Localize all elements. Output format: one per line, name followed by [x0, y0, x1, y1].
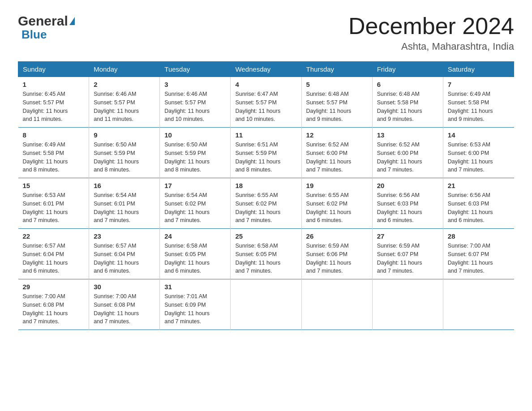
cell-info: Sunrise: 6:58 AMSunset: 6:05 PMDaylight:… [235, 243, 280, 274]
col-sunday: Sunday [18, 62, 89, 77]
cell-info: Sunrise: 6:59 AMSunset: 6:06 PMDaylight:… [306, 243, 352, 274]
cell-info: Sunrise: 6:55 AMSunset: 6:02 PMDaylight:… [235, 192, 280, 223]
calendar-cell: 24 Sunrise: 6:58 AMSunset: 6:05 PMDaylig… [160, 229, 231, 279]
calendar-cell: 7 Sunrise: 6:49 AMSunset: 5:58 PMDayligh… [443, 77, 514, 128]
header-row: Sunday Monday Tuesday Wednesday Thursday… [18, 62, 514, 77]
title-block: December 2024 Ashta, Maharashtra, India [348, 13, 514, 52]
calendar-cell: 6 Sunrise: 6:48 AMSunset: 5:58 PMDayligh… [372, 77, 443, 128]
logo-triangle-icon [69, 17, 75, 25]
day-number: 13 [377, 131, 438, 139]
cell-info: Sunrise: 6:57 AMSunset: 6:04 PMDaylight:… [23, 243, 68, 274]
day-number: 17 [164, 182, 226, 189]
month-title: December 2024 [348, 13, 514, 39]
cell-info: Sunrise: 6:50 AMSunset: 5:59 PMDaylight:… [164, 141, 210, 173]
day-number: 2 [94, 81, 155, 88]
day-number: 25 [235, 232, 296, 240]
cell-info: Sunrise: 6:55 AMSunset: 6:02 PMDaylight:… [306, 192, 352, 223]
cell-info: Sunrise: 6:56 AMSunset: 6:03 PMDaylight:… [377, 192, 422, 223]
day-number: 30 [94, 283, 155, 291]
day-number: 5 [306, 81, 368, 88]
day-number: 28 [448, 232, 510, 240]
calendar-cell: 9 Sunrise: 6:50 AMSunset: 5:59 PMDayligh… [89, 128, 160, 178]
calendar-cell: 19 Sunrise: 6:55 AMSunset: 6:02 PMDaylig… [301, 178, 372, 229]
calendar-cell: 11 Sunrise: 6:51 AMSunset: 5:59 PMDaylig… [231, 128, 301, 178]
location: Ashta, Maharashtra, India [348, 41, 514, 52]
day-number: 16 [94, 182, 155, 189]
col-friday: Friday [372, 62, 443, 77]
page-header: General Blue December 2024 Ashta, Mahara… [18, 13, 514, 52]
day-number: 9 [94, 131, 155, 139]
week-row-3: 15 Sunrise: 6:53 AMSunset: 6:01 PMDaylig… [18, 178, 514, 229]
cell-info: Sunrise: 6:58 AMSunset: 6:05 PMDaylight:… [164, 243, 210, 274]
col-saturday: Saturday [443, 62, 514, 77]
day-number: 7 [448, 81, 510, 88]
day-number: 12 [306, 131, 368, 139]
day-number: 21 [448, 182, 510, 189]
calendar-cell: 12 Sunrise: 6:52 AMSunset: 6:00 PMDaylig… [301, 128, 372, 178]
day-number: 15 [23, 182, 85, 189]
calendar-cell [301, 279, 372, 330]
day-number: 27 [377, 232, 438, 240]
cell-info: Sunrise: 6:54 AMSunset: 6:01 PMDaylight:… [94, 192, 139, 223]
logo-blue-line: Blue [21, 28, 47, 42]
calendar-cell: 10 Sunrise: 6:50 AMSunset: 5:59 PMDaylig… [160, 128, 231, 178]
calendar-cell: 20 Sunrise: 6:56 AMSunset: 6:03 PMDaylig… [372, 178, 443, 229]
cell-info: Sunrise: 7:01 AMSunset: 6:09 PMDaylight:… [164, 293, 210, 325]
week-row-2: 8 Sunrise: 6:49 AMSunset: 5:58 PMDayligh… [18, 128, 514, 178]
cell-info: Sunrise: 6:53 AMSunset: 6:01 PMDaylight:… [23, 192, 68, 223]
calendar-cell: 21 Sunrise: 6:56 AMSunset: 6:03 PMDaylig… [443, 178, 514, 229]
cell-info: Sunrise: 6:46 AMSunset: 5:57 PMDaylight:… [164, 91, 210, 122]
calendar-cell: 14 Sunrise: 6:53 AMSunset: 6:00 PMDaylig… [443, 128, 514, 178]
day-number: 20 [377, 182, 438, 189]
cell-info: Sunrise: 6:47 AMSunset: 5:57 PMDaylight:… [235, 91, 280, 122]
day-number: 3 [164, 81, 226, 88]
calendar-cell: 13 Sunrise: 6:52 AMSunset: 6:00 PMDaylig… [372, 128, 443, 178]
cell-info: Sunrise: 6:52 AMSunset: 6:00 PMDaylight:… [306, 141, 352, 173]
calendar-cell: 30 Sunrise: 7:00 AMSunset: 6:08 PMDaylig… [89, 279, 160, 330]
cell-info: Sunrise: 6:46 AMSunset: 5:57 PMDaylight:… [94, 91, 139, 122]
cell-info: Sunrise: 6:49 AMSunset: 5:58 PMDaylight:… [448, 91, 493, 122]
day-number: 29 [23, 283, 85, 291]
col-wednesday: Wednesday [231, 62, 301, 77]
calendar-cell: 29 Sunrise: 7:00 AMSunset: 6:08 PMDaylig… [18, 279, 89, 330]
calendar-cell: 31 Sunrise: 7:01 AMSunset: 6:09 PMDaylig… [160, 279, 231, 330]
cell-info: Sunrise: 6:59 AMSunset: 6:07 PMDaylight:… [377, 243, 422, 274]
logo-blue-text: Blue [21, 28, 47, 42]
calendar-cell: 17 Sunrise: 6:54 AMSunset: 6:02 PMDaylig… [160, 178, 231, 229]
cell-info: Sunrise: 6:54 AMSunset: 6:02 PMDaylight:… [164, 192, 210, 223]
calendar-cell: 1 Sunrise: 6:45 AMSunset: 5:57 PMDayligh… [18, 77, 89, 128]
calendar-cell [443, 279, 514, 330]
day-number: 24 [164, 232, 226, 240]
cell-info: Sunrise: 6:52 AMSunset: 6:00 PMDaylight:… [377, 141, 422, 173]
calendar-cell: 18 Sunrise: 6:55 AMSunset: 6:02 PMDaylig… [231, 178, 301, 229]
cell-info: Sunrise: 6:50 AMSunset: 5:59 PMDaylight:… [94, 141, 139, 173]
calendar-cell: 23 Sunrise: 6:57 AMSunset: 6:04 PMDaylig… [89, 229, 160, 279]
cell-info: Sunrise: 7:00 AMSunset: 6:07 PMDaylight:… [448, 243, 493, 274]
cell-info: Sunrise: 6:51 AMSunset: 5:59 PMDaylight:… [235, 141, 280, 173]
day-number: 19 [306, 182, 368, 189]
col-thursday: Thursday [301, 62, 372, 77]
cell-info: Sunrise: 6:45 AMSunset: 5:57 PMDaylight:… [23, 91, 68, 122]
calendar-cell: 28 Sunrise: 7:00 AMSunset: 6:07 PMDaylig… [443, 229, 514, 279]
day-number: 8 [23, 131, 85, 139]
calendar-cell: 25 Sunrise: 6:58 AMSunset: 6:05 PMDaylig… [231, 229, 301, 279]
day-number: 26 [306, 232, 368, 240]
cell-info: Sunrise: 6:56 AMSunset: 6:03 PMDaylight:… [448, 192, 493, 223]
cell-info: Sunrise: 6:49 AMSunset: 5:58 PMDaylight:… [23, 141, 68, 173]
calendar-cell: 15 Sunrise: 6:53 AMSunset: 6:01 PMDaylig… [18, 178, 89, 229]
col-tuesday: Tuesday [160, 62, 231, 77]
logo-general-text: General [18, 13, 68, 29]
day-number: 23 [94, 232, 155, 240]
calendar-cell: 16 Sunrise: 6:54 AMSunset: 6:01 PMDaylig… [89, 178, 160, 229]
logo-general-line: General [18, 13, 75, 29]
day-number: 14 [448, 131, 510, 139]
day-number: 1 [23, 81, 85, 88]
calendar-cell [231, 279, 301, 330]
day-number: 11 [235, 131, 296, 139]
cell-info: Sunrise: 6:48 AMSunset: 5:57 PMDaylight:… [306, 91, 352, 122]
calendar-table: Sunday Monday Tuesday Wednesday Thursday… [18, 61, 514, 330]
cell-info: Sunrise: 7:00 AMSunset: 6:08 PMDaylight:… [94, 293, 139, 325]
day-number: 10 [164, 131, 226, 139]
calendar-cell: 3 Sunrise: 6:46 AMSunset: 5:57 PMDayligh… [160, 77, 231, 128]
day-number: 6 [377, 81, 438, 88]
